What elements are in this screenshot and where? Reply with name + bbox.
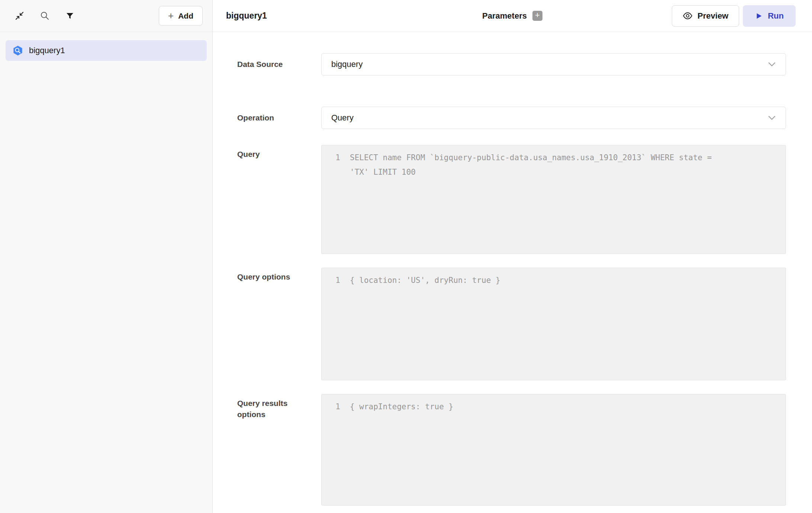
data-source-select[interactable]: bigquery <box>321 53 786 75</box>
sidebar-item-bigquery1[interactable]: bigquery1 <box>6 40 207 61</box>
chevron-down-icon <box>768 115 776 120</box>
line-number: 1 <box>329 151 340 180</box>
field-row-query-options: Query options 1 { location: 'US', dryRun… <box>237 268 786 380</box>
filter-button[interactable] <box>62 8 78 24</box>
field-row-query-results-options: Query results options 1 { wrapIntegers: … <box>237 394 786 506</box>
eye-icon <box>683 11 693 21</box>
code-placeholder: { wrapIntegers: true } <box>350 400 453 414</box>
add-query-button[interactable]: + Add <box>159 6 203 26</box>
query-options-code-editor[interactable]: 1 { location: 'US', dryRun: true } <box>321 268 786 380</box>
header-actions: Preview Run <box>672 5 796 27</box>
selected-value: bigquery <box>331 59 768 69</box>
preview-button-label: Preview <box>697 11 728 21</box>
line-number: 1 <box>329 273 340 288</box>
sidebar-item-label: bigquery1 <box>29 46 65 55</box>
preview-button[interactable]: Preview <box>672 5 739 27</box>
parameters-label: Parameters <box>482 11 527 21</box>
field-row-query: Query 1 SELECT name FROM `bigquery-publi… <box>237 145 786 254</box>
plus-icon: + <box>168 11 174 20</box>
field-row-operation: Operation Query <box>237 107 786 129</box>
main-header: bigquery1 Parameters + Preview <box>213 0 812 32</box>
field-label: Data Source <box>237 59 321 70</box>
field-label: Query results options <box>237 394 321 506</box>
code-placeholder: SELECT name FROM `bigquery-public-data.u… <box>350 151 722 180</box>
code-placeholder: { location: 'US', dryRun: true } <box>350 273 500 288</box>
chevron-down-icon <box>768 62 776 67</box>
run-button[interactable]: Run <box>743 5 796 27</box>
filter-icon <box>65 12 74 20</box>
line-number: 1 <box>329 400 340 414</box>
query-list: bigquery1 <box>0 32 212 69</box>
query-form: Data Source bigquery Operation Query <box>213 32 812 513</box>
play-icon <box>755 12 763 20</box>
sidebar-toolbar: + Add <box>0 0 212 32</box>
field-label: Query <box>237 145 321 254</box>
query-code-editor[interactable]: 1 SELECT name FROM `bigquery-public-data… <box>321 145 786 254</box>
collapse-icon <box>14 11 25 21</box>
page-title: bigquery1 <box>226 11 267 21</box>
query-results-options-code-editor[interactable]: 1 { wrapIntegers: true } <box>321 394 786 506</box>
collapse-sidebar-button[interactable] <box>11 8 28 24</box>
bigquery-icon <box>12 45 23 56</box>
field-label: Operation <box>237 112 321 123</box>
field-row-data-source: Data Source bigquery <box>237 53 786 75</box>
parameters-section: Parameters + <box>482 11 542 21</box>
field-label: Query options <box>237 268 321 380</box>
main-panel: bigquery1 Parameters + Preview <box>213 0 812 513</box>
search-icon <box>40 11 50 21</box>
sidebar: + Add bigquery1 <box>0 0 213 513</box>
operation-select[interactable]: Query <box>321 107 786 129</box>
add-button-label: Add <box>178 12 193 20</box>
add-parameter-button[interactable]: + <box>532 11 542 21</box>
search-button[interactable] <box>36 8 53 24</box>
selected-value: Query <box>331 113 768 123</box>
run-button-label: Run <box>768 11 784 21</box>
